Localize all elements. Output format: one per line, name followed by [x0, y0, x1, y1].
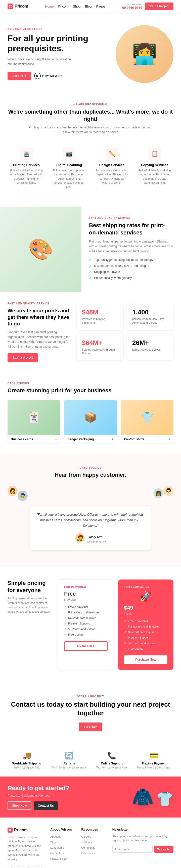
copying-title: Copying Services: [138, 163, 171, 167]
pricing-section: Simple pricing for everyone Printing org…: [0, 567, 181, 683]
ready-title: Ready to get started?: [7, 784, 69, 792]
cs-card-3[interactable]: 👕 Custom shirts +: [121, 400, 174, 444]
payment-feature-icon: 💳: [135, 751, 174, 760]
paid-feature-2: Full access to all features: [124, 625, 168, 628]
footer-about-link-2[interactable]: Why us: [50, 840, 74, 844]
shipping-image: 🎨: [0, 207, 82, 292]
free-plan-card: FOR PERSONAL Free Free plan Free 7 days …: [58, 580, 114, 670]
shipping-illustration: 🎨: [0, 207, 82, 292]
stat-label-3: Sold by customers through Pricom: [82, 348, 118, 355]
author-avatar: 👩: [76, 533, 85, 542]
footer-description: Pricom makes it easy to print, fulfill, …: [7, 835, 43, 862]
stats-numbers: $48M Invested in printing equipment 1,40…: [77, 303, 174, 361]
cs-arrow-3: +: [169, 437, 170, 441]
instagram-icon[interactable]: in: [26, 865, 33, 868]
copying-desc: Full-administration printing organizatio…: [138, 168, 171, 185]
footer: Pricom Pricom makes it easy to print, fu…: [0, 817, 181, 868]
footer-about-link-5[interactable]: Privacy Policy: [50, 857, 74, 861]
shop-now-button[interactable]: Shop Now: [7, 801, 31, 810]
start-project-button[interactable]: Start A Project: [145, 2, 174, 10]
footer-social-links: f t in p: [7, 865, 43, 868]
case-studies-tag: CASE STUDIES: [7, 382, 174, 385]
footer-about-links: About us Why us Leadership Contact Us Pr…: [50, 834, 74, 861]
shipping-feature-2: ✓Mix and match colors, sizes, and design…: [89, 264, 174, 268]
free-feature-3: No credit card required: [64, 616, 108, 620]
footer-about-col: About Pricom About us Why us Leadership …: [50, 828, 74, 868]
hero-buttons: Let's Talk ▶ How We Work: [7, 72, 93, 80]
paid-feature-4: Premium Support: [124, 636, 168, 639]
printing-desc: Full-administration printing organizatio…: [10, 168, 43, 185]
nav-blog[interactable]: Blog: [85, 4, 91, 8]
shipping-feature-4: ✓Printed locally, worn globally: [89, 276, 174, 280]
footer-resource-link-2[interactable]: Tutorials: [81, 840, 104, 844]
testimonials-section: CASE STUDIES Hear from happy customer. 👩…: [0, 454, 181, 567]
hero-how-link[interactable]: ▶ How We Work: [34, 73, 62, 79]
facebook-icon[interactable]: f: [7, 865, 14, 868]
footer-about-link-4[interactable]: Contact Us: [50, 851, 74, 855]
stats-title: We create your prints and get them where…: [7, 307, 72, 327]
avatar-4: 👨🏻: [163, 486, 174, 496]
support-feature-desc: Top-notch customer service.: [92, 766, 131, 769]
navbar: Pricom Home Pricom Shop Blog Pages CALL …: [0, 0, 181, 12]
cs-card-1[interactable]: 🃏 Business cards +: [7, 400, 60, 444]
twitter-icon[interactable]: t: [17, 865, 24, 868]
service-printing: 🖨️ Printing Services Full-administration…: [7, 143, 45, 194]
stat-card-4: 26M+ Items trusted to deliver: [127, 334, 174, 361]
svg-rect-3: [10, 6, 11, 7]
author-name: Mary Mrs.: [87, 534, 106, 539]
logo[interactable]: Pricom: [7, 3, 28, 9]
nav-pricom[interactable]: Pricom: [58, 4, 68, 8]
hero-image: 👩‍💻: [116, 25, 174, 83]
newsletter-email-input[interactable]: [112, 846, 153, 853]
paid-feature-5: 50 Photos and Videos: [124, 641, 168, 645]
svg-rect-7: [10, 830, 11, 831]
stats-project-button[interactable]: Start a project: [7, 353, 38, 362]
svg-rect-5: [10, 829, 11, 830]
cta-contact-section: START A PROJECT Contact us today to star…: [0, 683, 181, 744]
footer-resources-title: Resources: [81, 828, 104, 831]
footer-newsletter-description: Stay up to date with news and promotions…: [112, 834, 174, 843]
stat-card-3: $64M+ Sold by customers through Pricom: [77, 334, 123, 361]
stat-label-1: Invested in printing equipment: [82, 317, 118, 325]
cs-card-2[interactable]: 📦 Danger Packaging +: [64, 400, 117, 444]
feature-payment: 💳 Flexible Payment Pay with Multiple Cre…: [135, 751, 174, 769]
footer-resource-link-4[interactable]: Differences: [81, 851, 104, 855]
shipping-tag: FAST AND QUALITY SERVICE: [89, 217, 174, 219]
nav-shop[interactable]: Shop: [73, 4, 81, 8]
design-title: Design Services: [95, 163, 128, 167]
nav-pages[interactable]: Pages: [96, 4, 105, 8]
paid-plan-button[interactable]: Purchase Now: [124, 655, 168, 664]
hero-title: For all your printing prerequisites.: [7, 33, 93, 54]
nav-right: CALL US NOW 60 9860 9860 Start A Project: [122, 2, 174, 10]
contact-us-button[interactable]: Contact Us: [34, 801, 58, 810]
free-feature-5: 50 Photos and Videos: [64, 627, 108, 631]
footer-about-link-3[interactable]: Leadership: [50, 845, 74, 849]
paid-plan-card: FOR ECOMMERCE 🚀 $49 /month Free 7 days t…: [118, 580, 174, 670]
free-plan-title: Free: [64, 591, 108, 597]
newsletter-subscribe-button[interactable]: Subscribe: [154, 846, 174, 853]
cta-talk-button[interactable]: Let's Talk: [79, 722, 102, 731]
check-icon-4: ✓: [89, 276, 92, 280]
hero-section: PRINTING MADE EASIER For all your printi…: [0, 12, 181, 90]
returns-feature-desc: Within 30 days for an exchange.: [50, 766, 89, 769]
footer-about-link-1[interactable]: About us: [50, 834, 74, 838]
cs-card-img-3: 👕: [121, 400, 174, 435]
footer-newsletter-title: Newsletter: [112, 828, 174, 831]
free-plan-button[interactable]: Try for FREE: [64, 641, 108, 651]
support-feature-title: Online Support: [92, 762, 131, 765]
nav-home[interactable]: Home: [45, 4, 54, 8]
testimonial-quote: "For all your printing prerequisites. Of…: [30, 506, 151, 550]
paid-feature-3: No credit card required: [124, 630, 168, 634]
pinterest-icon[interactable]: p: [35, 865, 42, 868]
hoodie-display: 🧥 👕: [132, 786, 174, 807]
footer-resource-link-3[interactable]: Community: [81, 845, 104, 849]
shipping-content: FAST AND QUALITY SERVICE Best shipping r…: [82, 207, 181, 292]
footer-top: Pricom Pricom makes it easy to print, fu…: [7, 828, 174, 868]
testimonials-tag: CASE STUDIES: [7, 466, 174, 469]
cs-card-label-1: Business cards +: [7, 435, 60, 444]
feature-shipping: 🚚 Worldwide Shipping Free shipping over …: [7, 751, 46, 769]
hero-talk-button[interactable]: Let's Talk: [7, 72, 31, 80]
footer-resource-link-1[interactable]: Careers: [81, 834, 104, 838]
pricing-intro: Simple pricing for everyone Printing org…: [7, 580, 53, 670]
professional-section: WE ARE PROFESSIONAL We're something othe…: [0, 90, 181, 207]
